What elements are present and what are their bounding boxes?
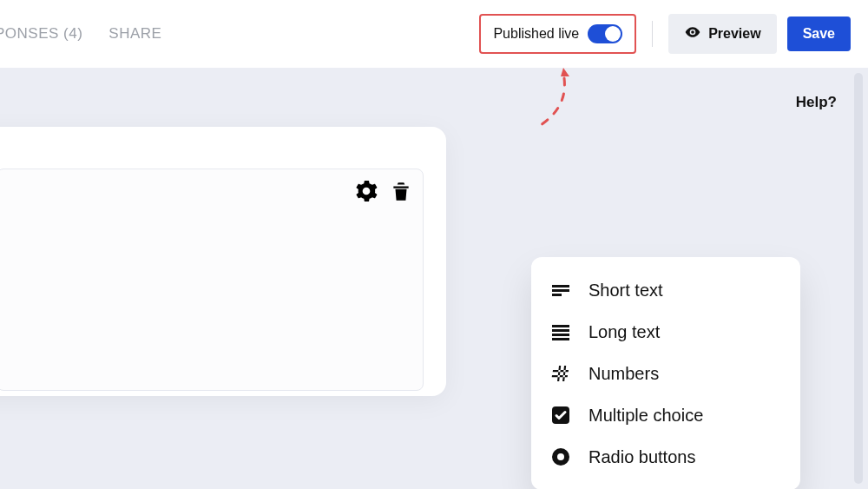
svg-rect-2 [552,294,562,296]
short-text-icon [550,280,571,301]
help-link[interactable]: Help? [796,94,837,111]
numbers-icon [550,363,571,384]
field-type-label: Short text [589,281,663,301]
save-button-label: Save [803,26,835,42]
svg-rect-0 [552,285,569,287]
field-type-label: Multiple choice [589,406,703,426]
svg-point-9 [557,453,564,460]
trash-icon[interactable] [390,180,412,202]
gear-icon[interactable] [355,180,378,202]
divider [652,21,653,47]
scrollbar-vertical[interactable] [854,73,863,484]
multiple-choice-icon [550,405,571,426]
field-type-menu: Short text Long text Numbers Multiple ch… [531,257,800,489]
field-type-multiple-choice[interactable]: Multiple choice [531,394,800,436]
tab-share[interactable]: SHARE [108,25,161,43]
preview-button-label: Preview [708,26,760,42]
save-button[interactable]: Save [787,17,851,51]
svg-rect-1 [552,289,569,292]
field-type-label: Numbers [589,364,659,384]
svg-rect-6 [552,338,569,340]
preview-button[interactable]: Preview [668,14,776,54]
svg-rect-3 [552,325,569,327]
field-type-short-text[interactable]: Short text [531,269,800,311]
svg-rect-5 [552,334,569,336]
field-type-label: Radio buttons [589,447,695,467]
radio-buttons-icon [550,446,571,467]
long-text-icon [550,321,571,342]
eye-icon [684,23,701,44]
publish-live-toggle[interactable] [588,24,622,43]
tab-responses[interactable]: PONSES (4) [0,25,82,43]
field-type-long-text[interactable]: Long text [531,311,800,353]
annotation-arrow [533,68,585,137]
svg-rect-4 [552,329,569,332]
publish-live-label: Published live [493,26,579,42]
field-type-radio-buttons[interactable]: Radio buttons [531,436,800,478]
field-type-numbers[interactable]: Numbers [531,353,800,394]
canvas-area: Help? Short text [0,68,868,489]
question-block[interactable] [0,169,424,391]
form-card [0,127,446,396]
topbar-tabs: PONSES (4) SHARE [0,25,161,43]
publish-live-highlight: Published live [479,14,636,54]
question-tools [355,180,412,202]
field-type-label: Long text [589,322,660,342]
topbar: PONSES (4) SHARE Published live Preview … [0,0,868,68]
